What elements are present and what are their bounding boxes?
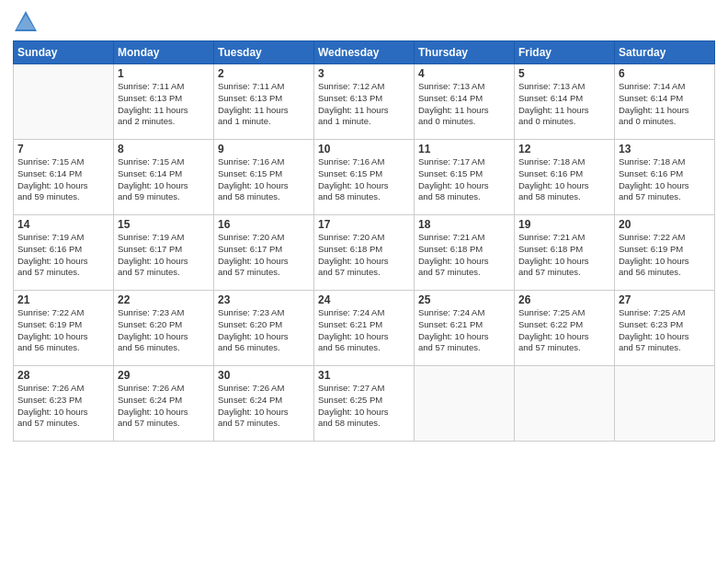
col-header-saturday: Saturday [615, 41, 715, 64]
day-number: 22 [118, 293, 210, 306]
col-header-sunday: Sunday [14, 41, 114, 64]
day-cell: 7Sunrise: 7:15 AM Sunset: 6:14 PM Daylig… [14, 140, 114, 215]
day-cell: 4Sunrise: 7:13 AM Sunset: 6:14 PM Daylig… [415, 64, 515, 140]
day-number: 25 [418, 293, 510, 306]
day-number: 19 [518, 218, 610, 231]
day-cell: 25Sunrise: 7:24 AM Sunset: 6:21 PM Dayli… [415, 291, 515, 366]
day-info: Sunrise: 7:26 AM Sunset: 6:24 PM Dayligh… [218, 383, 310, 430]
week-row-5: 28Sunrise: 7:26 AM Sunset: 6:23 PM Dayli… [14, 366, 715, 442]
day-cell [14, 64, 114, 140]
day-cell: 5Sunrise: 7:13 AM Sunset: 6:14 PM Daylig… [515, 64, 615, 140]
day-number: 9 [218, 143, 310, 155]
day-info: Sunrise: 7:27 AM Sunset: 6:25 PM Dayligh… [318, 383, 410, 430]
day-number: 11 [418, 143, 510, 155]
day-number: 18 [418, 218, 510, 231]
day-info: Sunrise: 7:24 AM Sunset: 6:21 PM Dayligh… [318, 307, 410, 354]
day-number: 4 [418, 67, 510, 80]
day-cell [515, 366, 615, 442]
day-info: Sunrise: 7:15 AM Sunset: 6:14 PM Dayligh… [17, 156, 109, 203]
day-info: Sunrise: 7:26 AM Sunset: 6:23 PM Dayligh… [17, 383, 109, 430]
day-cell: 3Sunrise: 7:12 AM Sunset: 6:13 PM Daylig… [314, 64, 415, 140]
day-cell: 2Sunrise: 7:11 AM Sunset: 6:13 PM Daylig… [214, 64, 314, 140]
logo [13, 9, 40, 35]
day-cell: 20Sunrise: 7:22 AM Sunset: 6:19 PM Dayli… [615, 215, 715, 291]
day-info: Sunrise: 7:11 AM Sunset: 6:13 PM Dayligh… [218, 81, 310, 128]
day-info: Sunrise: 7:20 AM Sunset: 6:18 PM Dayligh… [318, 232, 410, 279]
day-cell: 1Sunrise: 7:11 AM Sunset: 6:13 PM Daylig… [114, 64, 214, 140]
day-number: 8 [118, 143, 210, 155]
day-number: 7 [17, 143, 109, 155]
svg-marker-1 [17, 15, 35, 29]
day-number: 29 [118, 369, 210, 382]
day-number: 21 [17, 293, 109, 306]
day-cell: 10Sunrise: 7:16 AM Sunset: 6:15 PM Dayli… [314, 140, 415, 215]
week-row-2: 7Sunrise: 7:15 AM Sunset: 6:14 PM Daylig… [14, 140, 715, 215]
day-number: 20 [619, 218, 711, 231]
day-cell: 15Sunrise: 7:19 AM Sunset: 6:17 PM Dayli… [114, 215, 214, 291]
day-info: Sunrise: 7:14 AM Sunset: 6:14 PM Dayligh… [619, 81, 711, 128]
day-info: Sunrise: 7:15 AM Sunset: 6:14 PM Dayligh… [118, 156, 210, 203]
day-number: 6 [619, 67, 711, 80]
day-cell: 14Sunrise: 7:19 AM Sunset: 6:16 PM Dayli… [14, 215, 114, 291]
day-number: 5 [518, 67, 610, 80]
day-info: Sunrise: 7:12 AM Sunset: 6:13 PM Dayligh… [318, 81, 410, 128]
day-cell: 29Sunrise: 7:26 AM Sunset: 6:24 PM Dayli… [114, 366, 214, 442]
day-cell: 26Sunrise: 7:25 AM Sunset: 6:22 PM Dayli… [515, 291, 615, 366]
day-info: Sunrise: 7:18 AM Sunset: 6:16 PM Dayligh… [619, 156, 711, 203]
day-info: Sunrise: 7:11 AM Sunset: 6:13 PM Dayligh… [118, 81, 210, 128]
day-info: Sunrise: 7:20 AM Sunset: 6:17 PM Dayligh… [218, 232, 310, 279]
calendar-header: SundayMondayTuesdayWednesdayThursdayFrid… [14, 41, 715, 64]
day-cell: 17Sunrise: 7:20 AM Sunset: 6:18 PM Dayli… [314, 215, 415, 291]
col-header-wednesday: Wednesday [314, 41, 415, 64]
day-cell: 11Sunrise: 7:17 AM Sunset: 6:15 PM Dayli… [415, 140, 515, 215]
day-info: Sunrise: 7:23 AM Sunset: 6:20 PM Dayligh… [118, 307, 210, 354]
calendar-page: SundayMondayTuesdayWednesdayThursdayFrid… [0, 0, 728, 563]
logo-icon [13, 9, 39, 35]
day-number: 31 [318, 369, 410, 382]
day-number: 26 [518, 293, 610, 306]
day-cell: 31Sunrise: 7:27 AM Sunset: 6:25 PM Dayli… [314, 366, 415, 442]
col-header-thursday: Thursday [415, 41, 515, 64]
week-row-4: 21Sunrise: 7:22 AM Sunset: 6:19 PM Dayli… [14, 291, 715, 366]
day-info: Sunrise: 7:21 AM Sunset: 6:18 PM Dayligh… [418, 232, 510, 279]
day-info: Sunrise: 7:13 AM Sunset: 6:14 PM Dayligh… [418, 81, 510, 128]
day-cell: 18Sunrise: 7:21 AM Sunset: 6:18 PM Dayli… [415, 215, 515, 291]
header-row: SundayMondayTuesdayWednesdayThursdayFrid… [14, 41, 715, 64]
day-cell: 30Sunrise: 7:26 AM Sunset: 6:24 PM Dayli… [214, 366, 314, 442]
day-info: Sunrise: 7:25 AM Sunset: 6:23 PM Dayligh… [619, 307, 711, 354]
day-number: 3 [318, 67, 410, 80]
day-cell: 27Sunrise: 7:25 AM Sunset: 6:23 PM Dayli… [615, 291, 715, 366]
day-cell: 9Sunrise: 7:16 AM Sunset: 6:15 PM Daylig… [214, 140, 314, 215]
day-number: 30 [218, 369, 310, 382]
calendar-body: 1Sunrise: 7:11 AM Sunset: 6:13 PM Daylig… [14, 64, 715, 442]
day-cell: 6Sunrise: 7:14 AM Sunset: 6:14 PM Daylig… [615, 64, 715, 140]
day-info: Sunrise: 7:21 AM Sunset: 6:18 PM Dayligh… [518, 232, 610, 279]
day-number: 23 [218, 293, 310, 306]
day-cell: 22Sunrise: 7:23 AM Sunset: 6:20 PM Dayli… [114, 291, 214, 366]
day-cell: 28Sunrise: 7:26 AM Sunset: 6:23 PM Dayli… [14, 366, 114, 442]
day-cell: 13Sunrise: 7:18 AM Sunset: 6:16 PM Dayli… [615, 140, 715, 215]
day-info: Sunrise: 7:22 AM Sunset: 6:19 PM Dayligh… [619, 232, 711, 279]
day-cell: 24Sunrise: 7:24 AM Sunset: 6:21 PM Dayli… [314, 291, 415, 366]
day-info: Sunrise: 7:19 AM Sunset: 6:17 PM Dayligh… [118, 232, 210, 279]
day-number: 17 [318, 218, 410, 231]
day-info: Sunrise: 7:17 AM Sunset: 6:15 PM Dayligh… [418, 156, 510, 203]
day-number: 2 [218, 67, 310, 80]
day-info: Sunrise: 7:16 AM Sunset: 6:15 PM Dayligh… [318, 156, 410, 203]
day-info: Sunrise: 7:22 AM Sunset: 6:19 PM Dayligh… [17, 307, 109, 354]
day-number: 16 [218, 218, 310, 231]
day-number: 28 [17, 369, 109, 382]
day-info: Sunrise: 7:16 AM Sunset: 6:15 PM Dayligh… [218, 156, 310, 203]
day-info: Sunrise: 7:23 AM Sunset: 6:20 PM Dayligh… [218, 307, 310, 354]
day-number: 24 [318, 293, 410, 306]
day-info: Sunrise: 7:18 AM Sunset: 6:16 PM Dayligh… [518, 156, 610, 203]
day-cell [415, 366, 515, 442]
day-info: Sunrise: 7:19 AM Sunset: 6:16 PM Dayligh… [17, 232, 109, 279]
day-cell: 21Sunrise: 7:22 AM Sunset: 6:19 PM Dayli… [14, 291, 114, 366]
col-header-monday: Monday [114, 41, 214, 64]
day-number: 13 [619, 143, 711, 155]
day-number: 1 [118, 67, 210, 80]
day-cell: 8Sunrise: 7:15 AM Sunset: 6:14 PM Daylig… [114, 140, 214, 215]
day-info: Sunrise: 7:13 AM Sunset: 6:14 PM Dayligh… [518, 81, 610, 128]
week-row-1: 1Sunrise: 7:11 AM Sunset: 6:13 PM Daylig… [14, 64, 715, 140]
